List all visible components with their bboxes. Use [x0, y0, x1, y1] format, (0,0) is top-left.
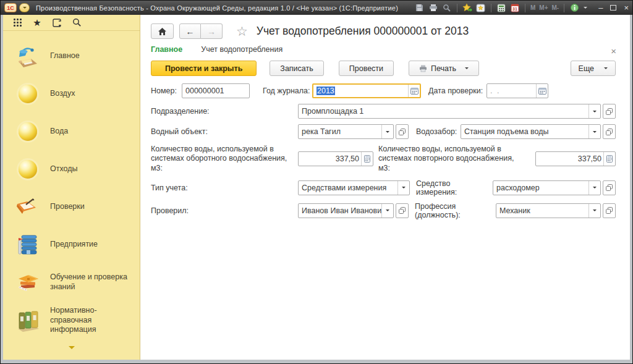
open-item-button[interactable]: [603, 124, 616, 139]
journal-year-label: Год журнала:: [263, 87, 312, 95]
calendar-picker-icon[interactable]: [408, 85, 420, 97]
dropdown-icon[interactable]: [588, 181, 600, 195]
sidebar-item-glavnoe[interactable]: Главное: [3, 37, 140, 75]
window-frame: ★: [1, 15, 632, 363]
write-button[interactable]: Записать: [270, 61, 323, 76]
post-button[interactable]: Провести: [339, 61, 394, 76]
open-item-button[interactable]: [396, 203, 409, 218]
row-department: Подразделение: Промплощадка 1: [151, 104, 616, 119]
dropdown-icon[interactable]: [588, 125, 600, 138]
more-button[interactable]: Еще: [571, 61, 616, 76]
sidebar-item-nsi[interactable]: Нормативно-справочная информация: [3, 301, 140, 340]
number-label: Номер:: [151, 87, 181, 95]
main-menu-button[interactable]: [19, 3, 30, 12]
app-window: 1С Производственная Безопасность - Охран…: [0, 0, 633, 364]
sections-grid-icon[interactable]: [12, 17, 23, 28]
favorite-star-icon[interactable]: ☆: [236, 24, 248, 39]
dropdown-icon[interactable]: [381, 125, 393, 138]
journal-year-input[interactable]: 2013: [312, 83, 421, 98]
sphere-icon: [14, 156, 41, 183]
folder-pencil-icon: [14, 193, 41, 221]
preview-icon[interactable]: [442, 3, 452, 13]
open-item-button[interactable]: [396, 124, 409, 139]
minimize-button[interactable]: –: [598, 4, 603, 12]
memory-recall-button[interactable]: M: [530, 4, 535, 11]
sidebar-item-othody[interactable]: Отходы: [3, 150, 140, 188]
svg-text:31: 31: [512, 7, 517, 11]
desk-lamp-icon: [14, 43, 41, 70]
favorites-icon[interactable]: [476, 3, 486, 13]
print-icon[interactable]: [428, 3, 438, 13]
favorites-star-icon[interactable]: ★: [32, 17, 43, 28]
meter-label: Средство измерения:: [416, 179, 491, 197]
search-icon[interactable]: [71, 17, 82, 28]
calendar-icon[interactable]: 31: [510, 3, 520, 13]
sidebar-item-label: Предприятие: [50, 240, 98, 250]
close-window-button[interactable]: ×: [624, 4, 629, 12]
number-input[interactable]: 000000001: [182, 83, 250, 98]
water-intake-input[interactable]: Станция подъема воды: [461, 124, 601, 139]
open-item-button[interactable]: [603, 104, 616, 119]
recirc-amount-label: Количество воды, используемой в системах…: [151, 145, 298, 173]
department-input[interactable]: Промплощадка 1: [298, 104, 601, 119]
sidebar-scroll-more[interactable]: [3, 340, 140, 360]
profession-input[interactable]: Механик: [496, 203, 601, 218]
forward-button[interactable]: →: [201, 23, 223, 39]
printer-icon: [419, 65, 427, 72]
breadcrumb-section-link[interactable]: Главное: [151, 45, 182, 54]
row-water-object: Водный объект: река Тагил Водозабор: Ста…: [151, 124, 616, 139]
breadcrumb: Главное Учет водопотребления: [151, 45, 616, 54]
save-icon[interactable]: [415, 3, 425, 13]
dropdown-icon[interactable]: [397, 181, 409, 195]
add-favorite-icon[interactable]: [462, 3, 472, 13]
post-and-close-button[interactable]: Провести и закрыть: [151, 61, 257, 76]
history-nav: ← →: [179, 23, 223, 39]
separator: [564, 4, 564, 12]
sidebar-item-obuchenie[interactable]: Обучение и проверка знаний: [3, 263, 140, 301]
checked-by-label: Проверил:: [151, 206, 298, 215]
calculator-picker-icon[interactable]: [603, 152, 615, 166]
chevron-down-icon: [465, 67, 469, 71]
sidebar-item-label: Вода: [50, 127, 68, 137]
back-button[interactable]: ←: [179, 23, 201, 39]
profession-label: Профессия (должность):: [415, 202, 496, 219]
check-date-input[interactable]: . .: [486, 83, 548, 98]
separator: [525, 4, 525, 12]
sidebar-item-label: Воздух: [50, 89, 75, 99]
chevron-down-icon[interactable]: [584, 7, 587, 11]
form-header: ← → ☆ Учет водопотребления 000000001 от …: [151, 23, 616, 39]
chevron-down-icon: [23, 7, 27, 11]
sidebar-item-label: Обучение и проверка знаний: [50, 273, 134, 292]
info-icon[interactable]: [569, 3, 579, 13]
memory-add-button[interactable]: M+: [539, 4, 548, 11]
maximize-button[interactable]: [610, 5, 616, 11]
checked-by-input[interactable]: Иванов Иван Иванович: [298, 203, 394, 218]
calculator-picker-icon[interactable]: [361, 152, 373, 166]
sidebar-item-proverki[interactable]: Проверки: [3, 188, 140, 226]
sidebar-item-predpriyatie[interactable]: Предприятие: [3, 226, 140, 263]
sidebar-item-voda[interactable]: Вода: [3, 112, 140, 150]
sidebar-item-label: Нормативно-справочная информация: [50, 306, 134, 335]
meter-input[interactable]: расходомер: [493, 180, 601, 195]
water-object-input[interactable]: река Тагил: [298, 124, 394, 139]
row-account-type: Тип учета: Средствами измерения Средство…: [151, 179, 616, 197]
open-item-button[interactable]: [603, 180, 616, 195]
sidebar-item-vozduh[interactable]: Воздух: [3, 75, 140, 112]
home-button[interactable]: [151, 23, 174, 39]
calculator-icon[interactable]: [496, 3, 506, 13]
close-form-icon[interactable]: ×: [611, 46, 616, 56]
form-panel: × ← → ☆ Учет водопотребления 000000001 о…: [140, 15, 630, 360]
dropdown-icon[interactable]: [588, 204, 600, 218]
sphere-icon: [14, 80, 41, 108]
open-item-button[interactable]: [603, 203, 616, 218]
recirc-amount-input[interactable]: 337,50: [298, 151, 373, 166]
reuse-amount-input[interactable]: 337,50: [535, 151, 616, 166]
calendar-picker-icon[interactable]: [536, 84, 548, 98]
dropdown-icon[interactable]: [588, 104, 600, 118]
print-button[interactable]: Печать: [409, 61, 479, 76]
memory-subtract-button[interactable]: M-: [552, 4, 559, 11]
account-type-select[interactable]: Средствами измерения: [298, 180, 410, 195]
dropdown-icon[interactable]: [381, 204, 393, 218]
history-scroll-icon[interactable]: [51, 17, 62, 28]
check-date-label: Дата проверки:: [428, 87, 484, 95]
